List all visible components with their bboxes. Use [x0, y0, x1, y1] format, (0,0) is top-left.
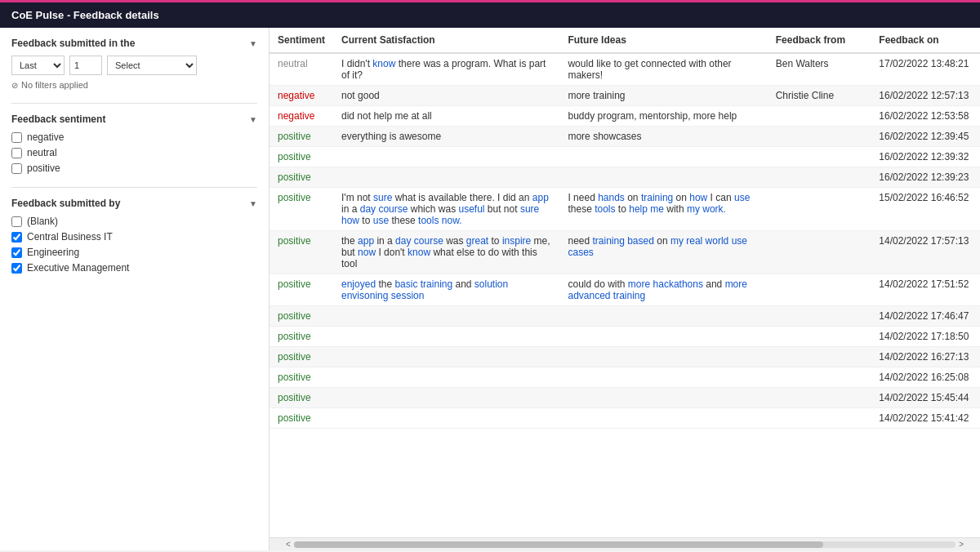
feedback-from-cell	[768, 231, 871, 274]
sentiment-cell: positive	[270, 147, 333, 167]
sentiment-neutral-checkbox[interactable]	[11, 148, 22, 158]
current-satisfaction-cell	[333, 408, 559, 429]
future-ideas-cell	[559, 306, 767, 327]
feedback-on-cell: 14/02/2022 16:27:13	[871, 347, 980, 367]
submitted-by-engineering-label: Engineering	[27, 247, 79, 258]
current-satisfaction-cell	[333, 367, 559, 388]
feedback-from-cell	[768, 274, 871, 306]
feedback-from-cell	[768, 408, 871, 429]
feedback-from-cell	[768, 306, 871, 327]
current-satisfaction-cell: everything is awesome	[333, 127, 559, 147]
sentiment-cell: positive	[270, 408, 333, 429]
submitted-by-exec-checkbox[interactable]	[11, 263, 22, 274]
feedback-from-cell: Christie Cline	[768, 86, 871, 106]
future-ideas-cell	[559, 147, 767, 167]
sentiment-negative-checkbox[interactable]	[11, 132, 22, 143]
future-ideas-cell	[559, 388, 767, 408]
sentiment-neutral-label: neutral	[27, 147, 57, 158]
divider-1	[11, 103, 257, 104]
feedback-on-cell: 14/02/2022 17:46:47	[871, 306, 980, 327]
feedback-from-cell	[768, 106, 871, 127]
col-header-future-ideas: Future Ideas	[559, 28, 767, 53]
sentiment-cell: negative	[270, 86, 333, 106]
feedback-from-cell: Ben Walters	[768, 53, 871, 86]
col-header-current-satisfaction: Current Satisfaction	[333, 28, 559, 53]
scroll-left-icon[interactable]: <	[286, 540, 291, 549]
table-body: neutralI didn't know there was a program…	[270, 53, 980, 429]
sentiment-positive-label: positive	[27, 162, 60, 174]
last-select[interactable]: Last	[11, 56, 65, 75]
feedback-submitted-by-section: Feedback submitted by ▼ (Blank) Central …	[11, 198, 257, 278]
table-row: negativedid not help me at allbuddy prog…	[270, 106, 980, 127]
feedback-on-cell: 17/02/2022 13:48:21	[871, 53, 980, 86]
future-ideas-cell	[559, 327, 767, 347]
chevron-down-icon-3: ▼	[249, 199, 257, 208]
sentiment-neutral-item: neutral	[11, 147, 257, 158]
feedback-from-cell	[768, 147, 871, 167]
future-ideas-cell: more training	[559, 86, 767, 106]
feedback-on-cell: 15/02/2022 16:46:52	[871, 188, 980, 231]
current-satisfaction-cell	[333, 327, 559, 347]
table-header-row: Sentiment Current Satisfaction Future Id…	[270, 28, 980, 53]
chevron-down-icon: ▼	[249, 39, 257, 48]
sentiment-cell: positive	[270, 231, 333, 274]
table-row: positiveenjoyed the basic training and s…	[270, 274, 980, 306]
sentiment-cell: positive	[270, 306, 333, 327]
table-row: positive14/02/2022 15:45:44	[270, 388, 980, 408]
time-period-select[interactable]: Select	[107, 56, 197, 75]
feedback-sentiment-label: Feedback sentiment	[11, 114, 105, 125]
table-row: positive14/02/2022 16:27:13	[270, 347, 980, 367]
table-row: positive16/02/2022 12:39:32	[270, 147, 980, 167]
feedback-on-cell: 14/02/2022 17:57:13	[871, 231, 980, 274]
table-row: positivethe app in a day course was grea…	[270, 231, 980, 274]
time-number-input[interactable]	[69, 56, 102, 75]
horizontal-scrollbar[interactable]: < >	[270, 537, 980, 550]
no-filters-label: No filters applied	[21, 80, 88, 90]
future-ideas-cell: buddy program, mentorship, more help	[559, 106, 767, 127]
submitted-by-blank-label: (Blank)	[27, 216, 58, 227]
sentiment-negative-item: negative	[11, 131, 257, 143]
feedback-submitted-by-label: Feedback submitted by	[11, 198, 120, 209]
table-wrapper[interactable]: Sentiment Current Satisfaction Future Id…	[270, 28, 980, 537]
main-content: Sentiment Current Satisfaction Future Id…	[270, 28, 980, 550]
submitted-by-engineering-checkbox[interactable]	[11, 247, 22, 258]
scroll-right-icon[interactable]: >	[959, 540, 964, 549]
table-row: positive14/02/2022 17:46:47	[270, 306, 980, 327]
feedback-submitted-by-header[interactable]: Feedback submitted by ▼	[11, 198, 257, 209]
feedback-on-cell: 16/02/2022 12:39:32	[871, 147, 980, 167]
sentiment-cell: positive	[270, 388, 333, 408]
table-row: positiveI'm not sure what is available t…	[270, 188, 980, 231]
feedback-table: Sentiment Current Satisfaction Future Id…	[270, 28, 980, 429]
feedback-on-cell: 14/02/2022 17:51:52	[871, 274, 980, 306]
future-ideas-cell: I need hands on training on how I can us…	[559, 188, 767, 231]
submitted-by-cbit-checkbox[interactable]	[11, 232, 22, 243]
sentiment-cell: positive	[270, 127, 333, 147]
feedback-on-cell: 16/02/2022 12:39:45	[871, 127, 980, 147]
sentiment-positive-checkbox[interactable]	[11, 163, 22, 174]
sentiment-cell: neutral	[270, 53, 333, 86]
page-title: CoE Pulse - Feedback details	[11, 9, 159, 21]
feedback-from-cell	[768, 367, 871, 388]
sentiment-cell: positive	[270, 367, 333, 388]
future-ideas-cell: need training based on my real world use…	[559, 231, 767, 274]
scrollbar-track[interactable]	[294, 541, 956, 548]
feedback-on-cell: 16/02/2022 12:39:23	[871, 167, 980, 188]
sentiment-positive-item: positive	[11, 162, 257, 174]
feedback-sentiment-section: Feedback sentiment ▼ negative neutral po…	[11, 114, 257, 174]
current-satisfaction-cell	[333, 167, 559, 188]
feedback-submitted-in-header[interactable]: Feedback submitted in the ▼	[11, 38, 257, 49]
future-ideas-cell: would like to get connected with other m…	[559, 53, 767, 86]
col-header-feedback-from: Feedback from	[768, 28, 871, 53]
title-bar: CoE Pulse - Feedback details	[0, 0, 980, 28]
feedback-sentiment-header[interactable]: Feedback sentiment ▼	[11, 114, 257, 125]
current-satisfaction-cell	[333, 388, 559, 408]
feedback-on-cell: 14/02/2022 15:45:44	[871, 388, 980, 408]
feedback-on-cell: 14/02/2022 17:18:50	[871, 327, 980, 347]
future-ideas-cell	[559, 367, 767, 388]
scrollbar-thumb[interactable]	[294, 541, 823, 548]
submitted-by-blank-checkbox[interactable]	[11, 216, 22, 227]
feedback-submitted-in-label: Feedback submitted in the	[11, 38, 135, 49]
feedback-on-cell: 16/02/2022 12:53:58	[871, 106, 980, 127]
filter-icon: ⊘	[11, 81, 18, 90]
no-filters-row: ⊘ No filters applied	[11, 80, 257, 90]
